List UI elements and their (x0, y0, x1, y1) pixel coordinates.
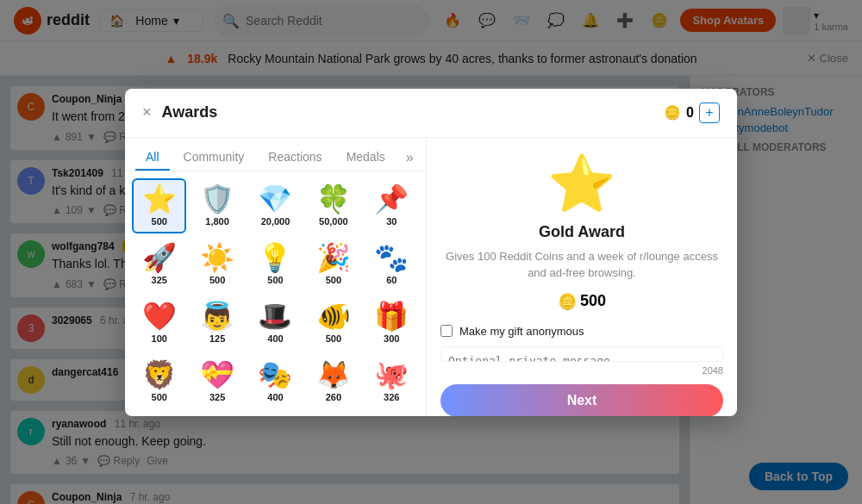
award-cost: 500 (326, 333, 341, 344)
awards-tabs: All Community Reactions Medals » (125, 138, 426, 171)
award-icon: 🛡️ (200, 185, 234, 213)
tab-community[interactable]: Community (173, 145, 255, 171)
tab-medals[interactable]: Medals (336, 145, 396, 171)
award-item[interactable]: 🎩 400 (248, 296, 303, 351)
award-icon: 🎁 (374, 302, 409, 330)
award-detail: ⭐ Gold Award Gives 100 Reddit Coins and … (427, 138, 737, 416)
cost-value: 500 (580, 292, 606, 310)
award-cost: 500 (326, 275, 341, 285)
award-item[interactable]: 🎭 400 (248, 354, 303, 409)
next-button[interactable]: Next (440, 384, 723, 416)
anonymous-label: Make my gift anonymous (459, 325, 584, 338)
coin-area: 🪙 0 + (664, 103, 720, 123)
award-icon: 💝 (200, 361, 234, 389)
award-item[interactable]: 🛡️ 1,800 (190, 178, 244, 233)
private-message-input[interactable] (440, 346, 723, 362)
anonymous-check-label: Make my gift anonymous (440, 325, 723, 338)
award-cost: 500 (209, 275, 225, 285)
awards-panel: All Community Reactions Medals » ⭐ 500 🛡… (125, 138, 427, 416)
modal-overlay[interactable]: × Awards 🪙 0 + All Community Reactions M… (0, 0, 862, 504)
award-item[interactable]: 🦊 260 (306, 354, 360, 409)
awards-modal: × Awards 🪙 0 + All Community Reactions M… (125, 89, 737, 416)
award-item[interactable]: 🚀 325 (132, 237, 186, 292)
coin-count: 0 (686, 105, 694, 121)
tab-reactions[interactable]: Reactions (258, 145, 332, 171)
award-icon: 🦁 (142, 361, 177, 389)
award-icon: 💡 (258, 244, 292, 271)
tab-more-icon[interactable]: » (399, 145, 421, 171)
award-item[interactable]: ❤️ 100 (132, 296, 186, 351)
tab-all[interactable]: All (135, 145, 170, 171)
award-cost: 325 (152, 275, 167, 285)
award-item[interactable]: 👼 125 (190, 296, 244, 351)
award-cost: 60 (386, 275, 397, 285)
award-cost: 30 (386, 216, 397, 227)
award-cost: 325 (209, 392, 225, 402)
award-item[interactable]: 💡 500 (248, 237, 303, 292)
award-icon: 🎩 (258, 302, 292, 330)
award-cost: 326 (384, 392, 399, 402)
anonymous-checkbox[interactable] (440, 325, 453, 337)
selected-award-description: Gives 100 Reddit Coins and a week of r/l… (440, 248, 723, 282)
award-cost: 500 (152, 392, 167, 402)
award-icon: 👼 (200, 302, 234, 330)
award-item[interactable]: 🎉 500 (306, 237, 360, 292)
award-item[interactable]: 🐾 60 (365, 237, 419, 292)
award-cost: 50,000 (319, 216, 348, 227)
award-item[interactable]: ☀️ 500 (190, 237, 244, 292)
award-item[interactable]: 🦁 500 (132, 354, 186, 409)
award-item[interactable]: 💎 20,000 (248, 178, 303, 233)
award-cost: 100 (152, 333, 167, 344)
award-icon: 🐙 (374, 361, 409, 389)
award-item[interactable]: 📌 30 (365, 178, 419, 233)
add-coins-button[interactable]: + (699, 103, 720, 123)
award-icon: 🦊 (316, 361, 351, 389)
award-icon: 🐾 (374, 244, 409, 271)
award-icon: 🍀 (316, 185, 351, 213)
award-icon: 🐠 (316, 302, 351, 330)
award-cost: 500 (267, 275, 283, 285)
award-item[interactable]: 🍀 50,000 (306, 178, 360, 233)
award-icon: 📌 (374, 185, 409, 213)
award-cost: 20,000 (261, 216, 290, 227)
award-icon: 💎 (258, 185, 292, 213)
award-item[interactable]: ⭐ 500 (132, 178, 186, 233)
modal-body: All Community Reactions Medals » ⭐ 500 🛡… (125, 138, 737, 416)
award-cost: 400 (267, 392, 283, 402)
award-cost: 400 (267, 333, 283, 344)
modal-close-button[interactable]: × (142, 103, 152, 121)
coin-icon: 🪙 (558, 292, 577, 311)
awards-grid: ⭐ 500 🛡️ 1,800 💎 20,000 🍀 50,000 (125, 171, 426, 416)
selected-award-cost: 🪙 500 (558, 292, 606, 311)
award-cost: 300 (384, 333, 399, 344)
award-cost: 500 (152, 216, 167, 227)
selected-award-name: Gold Award (539, 223, 625, 241)
char-count: 2048 (703, 365, 723, 376)
modal-title: Awards (162, 103, 665, 121)
selected-award-icon: ⭐ (547, 152, 616, 216)
award-icon: ☀️ (200, 244, 234, 271)
award-item[interactable]: 🐠 500 (306, 296, 360, 351)
award-icon: ❤️ (142, 302, 177, 330)
award-cost: 1,800 (205, 216, 229, 227)
award-item[interactable]: 💝 325 (190, 354, 244, 409)
award-icon: ⭐ (142, 185, 177, 213)
award-item[interactable]: 🎁 300 (365, 296, 419, 351)
award-icon: 🎉 (316, 244, 351, 271)
coin-icon: 🪙 (664, 104, 681, 121)
award-icon: 🎭 (258, 361, 292, 389)
award-cost: 125 (209, 333, 225, 344)
modal-header: × Awards 🪙 0 + (125, 89, 737, 138)
award-icon: 🚀 (142, 244, 177, 271)
award-item[interactable]: 🐧 125 (132, 413, 186, 416)
award-item[interactable]: 🐙 326 (365, 354, 419, 409)
award-cost: 260 (326, 392, 341, 402)
